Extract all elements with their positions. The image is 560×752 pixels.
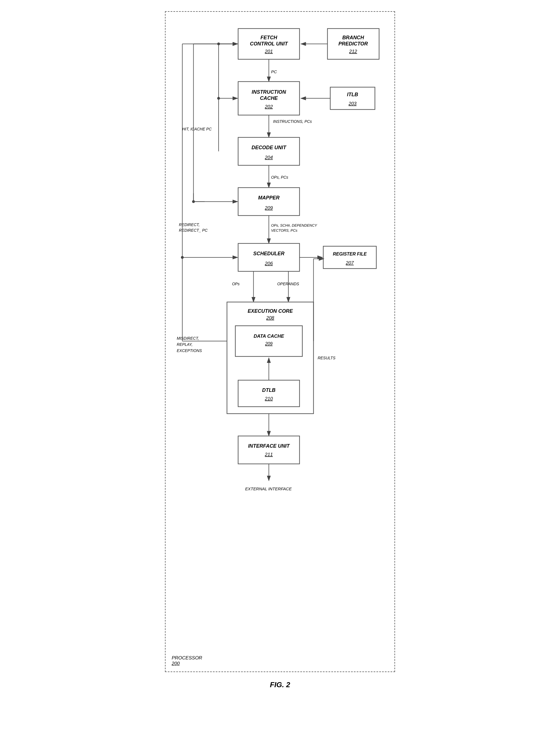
svg-text:REPLAY,: REPLAY, (177, 342, 193, 347)
svg-text:REDIRECT_ PC: REDIRECT_ PC (179, 228, 208, 232)
svg-text:BRANCH: BRANCH (342, 35, 364, 40)
svg-point-84 (217, 43, 220, 45)
svg-text:209: 209 (264, 205, 273, 211)
svg-text:OPs, SCH#, DEPENDENCY: OPs, SCH#, DEPENDENCY (271, 223, 317, 227)
svg-text:207: 207 (346, 260, 354, 266)
processor-label: PROCESSOR 200 (172, 655, 202, 667)
svg-text:CACHE: CACHE (260, 95, 278, 101)
processor-num: 200 (172, 661, 180, 666)
svg-rect-56 (238, 380, 300, 407)
svg-text:RESULTS: RESULTS (318, 355, 336, 360)
svg-text:PC: PC (271, 69, 277, 74)
svg-text:DTLB: DTLB (262, 387, 276, 393)
svg-text:DATA CACHE: DATA CACHE (254, 333, 284, 339)
svg-text:204: 204 (264, 155, 273, 160)
svg-point-86 (181, 256, 184, 259)
svg-text:203: 203 (348, 101, 357, 106)
svg-text:OPs, PCs: OPs, PCs (271, 175, 288, 180)
svg-text:MAPPER: MAPPER (258, 195, 280, 201)
svg-text:INSTRUCTIONS, PCs: INSTRUCTIONS, PCs (273, 119, 312, 124)
svg-text:210: 210 (264, 396, 273, 401)
svg-text:212: 212 (349, 49, 357, 54)
svg-text:VECTORS, PCs: VECTORS, PCs (271, 228, 297, 232)
svg-point-85 (217, 97, 220, 100)
svg-text:202: 202 (264, 104, 273, 109)
svg-text:ITLB: ITLB (347, 92, 358, 97)
svg-text:CONTROL UNIT: CONTROL UNIT (250, 41, 288, 46)
svg-text:FETCH: FETCH (260, 35, 278, 40)
svg-text:PREDICTOR: PREDICTOR (338, 41, 368, 46)
svg-text:201: 201 (264, 49, 273, 54)
svg-text:EXTERNAL INTERFACE: EXTERNAL INTERFACE (245, 486, 292, 491)
svg-text:MISDIRECT,: MISDIRECT, (177, 336, 199, 341)
svg-point-83 (192, 200, 195, 203)
svg-text:EXECUTION CORE: EXECUTION CORE (248, 308, 293, 314)
svg-text:208: 208 (266, 315, 274, 321)
svg-text:OPs: OPs (232, 282, 240, 286)
svg-rect-25 (238, 138, 300, 165)
svg-text:REGISTER FILE: REGISTER FILE (333, 251, 367, 256)
diagram-container: FETCH CONTROL UNIT 201 BRANCH PREDICTOR … (165, 11, 395, 672)
circuit-diagram: FETCH CONTROL UNIT 201 BRANCH PREDICTOR … (171, 20, 389, 662)
svg-text:SCHEDULER: SCHEDULER (253, 251, 284, 256)
svg-text:206: 206 (264, 261, 273, 266)
svg-text:209: 209 (265, 341, 273, 346)
svg-text:EXCEPTIONS: EXCEPTIONS (177, 348, 202, 353)
figure-label: FIG. 2 (270, 680, 290, 689)
svg-text:DECODE UNIT: DECODE UNIT (252, 145, 287, 150)
svg-text:211: 211 (264, 452, 273, 457)
svg-rect-30 (238, 188, 300, 216)
svg-text:INTERFACE UNIT: INTERFACE UNIT (248, 443, 290, 449)
svg-text:HIT, ICACHE PC: HIT, ICACHE PC (182, 127, 212, 131)
processor-text: PROCESSOR (172, 655, 202, 660)
svg-rect-38 (238, 243, 300, 271)
svg-rect-66 (238, 436, 300, 464)
svg-text:INSTRUCTION: INSTRUCTION (252, 89, 286, 95)
